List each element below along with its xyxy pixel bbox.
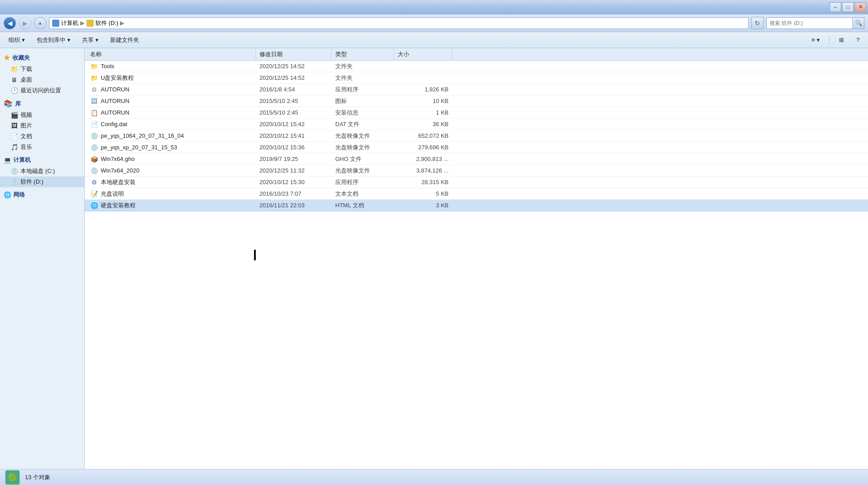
file-cell-size: 10 KB	[394, 98, 452, 104]
sidebar-header-favorites[interactable]: ★ 收藏夹	[0, 52, 84, 64]
col-header-date[interactable]: 修改日期	[256, 48, 332, 61]
sidebar-item-pictures[interactable]: 🖼 图片	[0, 120, 84, 131]
table-row[interactable]: 🖼 AUTORUN 2015/5/10 2:45 图标 10 KB	[85, 95, 868, 107]
share-button[interactable]: 共享 ▾	[77, 34, 103, 46]
favorites-label: 收藏夹	[12, 54, 30, 62]
sidebar-item-video[interactable]: 🎬 视频	[0, 110, 84, 120]
change-view-icon: ⊞	[839, 37, 844, 43]
sidebar-header-library[interactable]: 📚 库	[0, 98, 84, 110]
file-icon: 💿	[90, 144, 98, 152]
new-folder-button[interactable]: 新建文件夹	[105, 34, 144, 46]
file-name-text: AUTORUN	[101, 98, 129, 104]
file-cell-size: 3,874,126 ...	[394, 167, 452, 174]
sidebar-header-network[interactable]: 🌐 网络	[0, 189, 84, 201]
table-row[interactable]: 💿 pe_yqs_1064_20_07_31_16_04 2020/10/12 …	[85, 130, 868, 142]
sidebar-item-recent[interactable]: 🕐 最近访问的位置	[0, 85, 84, 96]
network-icon: 🌐	[4, 191, 11, 198]
file-cell-date: 2016/1/8 4:54	[256, 86, 332, 93]
table-row[interactable]: 💿 Win7x64_2020 2020/12/25 11:32 光盘映像文件 3…	[85, 165, 868, 177]
sidebar-item-download[interactable]: 📁 下载	[0, 64, 84, 74]
archive-button[interactable]: 包含到库中 ▾	[32, 34, 75, 46]
file-list-header: 名称 修改日期 类型 大小	[85, 48, 868, 61]
file-cell-type: GHO 文件	[332, 155, 394, 163]
file-cell-type: 光盘映像文件	[332, 144, 394, 152]
file-list[interactable]: 📁 Tools 2020/12/25 14:52 文件夹 📁 U盘安装教程 20…	[85, 61, 868, 469]
sidebar-item-documents[interactable]: 📄 文档	[0, 131, 84, 142]
change-view-button[interactable]: ⊞	[834, 34, 849, 46]
sidebar-item-c-drive[interactable]: 💿 本地磁盘 (C:)	[0, 166, 84, 177]
d-drive-label: 软件 (D:)	[21, 178, 43, 186]
forward-button[interactable]: ▶	[19, 17, 31, 29]
sidebar-header-computer[interactable]: 💻 计算机	[0, 154, 84, 166]
organize-label: 组织	[8, 36, 20, 44]
documents-icon: 📄	[11, 133, 18, 140]
col-header-type[interactable]: 类型	[332, 48, 394, 61]
file-name-text: 硬盘安装教程	[101, 201, 136, 210]
search-button[interactable]: 🔍	[852, 18, 864, 29]
computer-nav-label: 计算机	[13, 156, 31, 164]
maximize-button[interactable]: □	[842, 2, 854, 12]
title-bar-buttons: ─ □ ✕	[830, 2, 866, 12]
minimize-button[interactable]: ─	[830, 2, 841, 12]
download-label: 下载	[21, 65, 32, 73]
search-box[interactable]: 🔍	[766, 17, 864, 29]
file-cell-type: 图标	[332, 97, 394, 105]
file-cell-type: 应用程序	[332, 178, 394, 186]
sidebar-section-network: 🌐 网络	[0, 189, 84, 201]
video-label: 视频	[21, 111, 32, 119]
search-input[interactable]	[767, 20, 852, 26]
table-row[interactable]: ⚙ 本地硬盘安装 2020/10/12 15:30 应用程序 28,315 KB	[85, 177, 868, 188]
col-header-size[interactable]: 大小	[394, 48, 452, 61]
table-row[interactable]: 📋 AUTORUN 2015/5/10 2:45 安装信息 1 KB	[85, 107, 868, 119]
table-row[interactable]: 🌐 硬盘安装教程 2016/11/21 22:03 HTML 文档 3 KB	[85, 200, 868, 211]
table-row[interactable]: 📝 光盘说明 2016/10/23 7:07 文本文档 5 KB	[85, 188, 868, 200]
file-cell-date: 2020/12/25 14:52	[256, 63, 332, 70]
star-icon: ★	[4, 53, 10, 62]
file-cell-date: 2015/5/10 2:45	[256, 109, 332, 116]
up-button[interactable]: ▲	[34, 17, 46, 29]
sidebar-item-d-drive[interactable]: 💿 软件 (D:)	[0, 177, 84, 187]
file-cell-name: 📦 Win7x64.gho	[86, 155, 256, 163]
archive-label: 包含到库中	[37, 36, 66, 44]
table-row[interactable]: 📁 Tools 2020/12/25 14:52 文件夹	[85, 61, 868, 72]
views-button[interactable]: ≡ ▾	[806, 34, 825, 46]
toolbar-right: ≡ ▾ ⊞ ?	[806, 34, 864, 46]
file-cell-type: 应用程序	[332, 86, 394, 94]
file-cell-name: ⚙ 本地硬盘安装	[86, 178, 256, 186]
pictures-label: 图片	[21, 122, 32, 130]
file-icon: ⚙	[90, 86, 98, 94]
table-row[interactable]: ⚙ AUTORUN 2016/1/8 4:54 应用程序 1,926 KB	[85, 84, 868, 95]
table-row[interactable]: 📁 U盘安装教程 2020/12/25 14:52 文件夹	[85, 72, 868, 84]
table-row[interactable]: 📦 Win7x64.gho 2019/9/7 19:25 GHO 文件 2,90…	[85, 153, 868, 165]
file-cell-name: ⚙ AUTORUN	[86, 86, 256, 94]
file-name-text: Win7x64.gho	[101, 156, 135, 162]
desktop-icon: 🖥	[11, 76, 18, 83]
back-button[interactable]: ◀	[4, 17, 16, 29]
col-header-name[interactable]: 名称	[86, 48, 256, 61]
toolbar: 组织 ▾ 包含到库中 ▾ 共享 ▾ 新建文件夹 ≡ ▾ ⊞ ?	[0, 32, 868, 48]
title-bar: ─ □ ✕	[0, 0, 868, 14]
file-name-text: Win7x64_2020	[101, 167, 140, 174]
share-chevron: ▾	[95, 37, 99, 43]
address-path[interactable]: 计算机 ▶ 软件 (D:) ▶	[49, 17, 749, 29]
file-cell-date: 2020/10/12 15:42	[256, 121, 332, 127]
table-row[interactable]: 📄 Config.dat 2020/10/12 15:42 DAT 文件 36 …	[85, 119, 868, 130]
help-button[interactable]: ?	[852, 34, 864, 46]
sidebar-item-desktop[interactable]: 🖥 桌面	[0, 74, 84, 85]
sidebar-item-music[interactable]: 🎵 音乐	[0, 142, 84, 152]
file-cell-size: 28,315 KB	[394, 179, 452, 185]
refresh-button[interactable]: ↻	[751, 17, 764, 29]
file-list-container: 名称 修改日期 类型 大小 📁 Tools 2020/12/25 14:52 文…	[85, 48, 868, 469]
file-icon: 💿	[90, 167, 98, 175]
table-row[interactable]: 💿 pe_yqs_xp_20_07_31_15_53 2020/10/12 15…	[85, 142, 868, 153]
desktop-label: 桌面	[21, 76, 32, 84]
file-cell-date: 2015/5/10 2:45	[256, 98, 332, 104]
file-cell-type: HTML 文档	[332, 201, 394, 210]
file-cell-date: 2020/10/12 15:30	[256, 179, 332, 185]
file-icon: 📁	[90, 62, 98, 70]
organize-button[interactable]: 组织 ▾	[4, 34, 30, 46]
network-label: 网络	[13, 191, 25, 199]
file-icon: 📋	[90, 109, 98, 117]
close-button[interactable]: ✕	[855, 2, 866, 12]
file-cell-size: 5 KB	[394, 190, 452, 197]
